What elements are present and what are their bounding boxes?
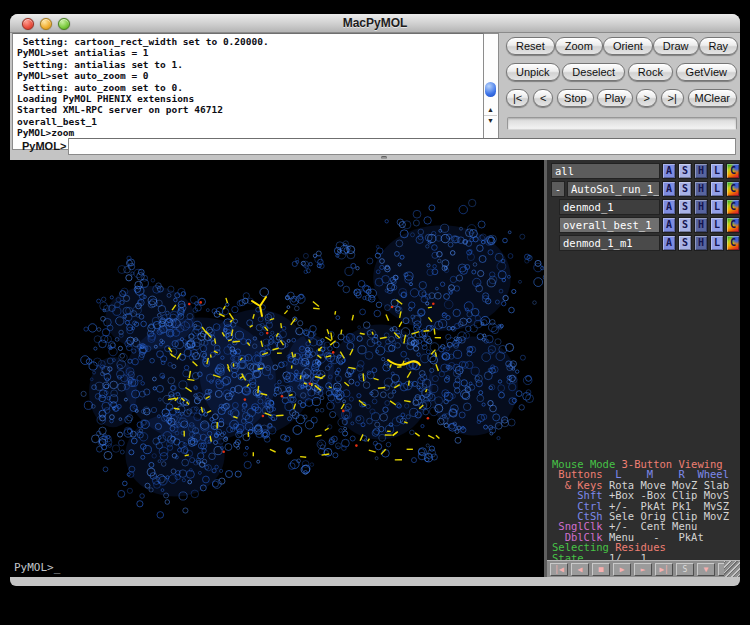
a-menu-button[interactable]: A: [662, 235, 676, 251]
play-button[interactable]: Play: [597, 89, 632, 107]
zoom-button[interactable]: Zoom: [555, 37, 603, 55]
console-line: PyMOL>zoom: [17, 127, 483, 138]
draw-button[interactable]: Draw: [653, 37, 699, 55]
scroll-down-icon[interactable]: ▼: [484, 115, 497, 124]
mouse-mode-panel: Mouse Mode 3-Button Viewing Buttons L M …: [552, 459, 729, 563]
object-row: -AutoSol_run_1_ASHLC: [547, 181, 740, 197]
down-button[interactable]: ▼: [697, 563, 715, 576]
l-menu-button[interactable]: L: [710, 199, 724, 215]
console-scrollbar[interactable]: ▲ ▼: [484, 33, 499, 150]
object-row: overall_best_1ASHLC: [547, 217, 740, 233]
console-line: PyMOL>set antialias = 1: [17, 47, 483, 58]
ashlc-tiles: ASHLC: [662, 163, 740, 179]
h-menu-button[interactable]: H: [694, 199, 708, 215]
object-name-button[interactable]: denmod_1_m1: [559, 235, 660, 251]
getview-button[interactable]: GetView: [676, 63, 737, 81]
h-menu-button[interactable]: H: [694, 163, 708, 179]
h-menu-button[interactable]: H: [694, 235, 708, 251]
control-button-row-3: |<<StopPlay>>|MClear: [506, 89, 737, 107]
mclear-button[interactable]: MClear: [688, 89, 737, 107]
c-menu-button[interactable]: C: [726, 199, 740, 215]
electron-density-mesh: [10, 160, 544, 577]
viewport-prompt: PyMOL>_: [14, 561, 60, 574]
title-bar[interactable]: MacPyMOL: [10, 14, 740, 33]
object-row: allASHLC: [547, 163, 740, 179]
object-row: denmod_1ASHLC: [547, 199, 740, 215]
l-menu-button[interactable]: L: [710, 217, 724, 233]
c-menu-button[interactable]: C: [726, 217, 740, 233]
go-to-end-button[interactable]: ▶|: [655, 563, 673, 576]
a-menu-button[interactable]: A: [662, 163, 676, 179]
ashlc-tiles: ASHLC: [662, 181, 740, 197]
stop-button[interactable]: ■: [592, 563, 610, 576]
l-menu-button[interactable]: L: [710, 181, 724, 197]
step-forward-button[interactable]: ►: [634, 563, 652, 576]
l-menu-button[interactable]: L: [710, 235, 724, 251]
object-name-button[interactable]: AutoSol_run_1_: [567, 181, 660, 197]
play-button[interactable]: ▶: [613, 563, 631, 576]
c-menu-button[interactable]: C: [726, 163, 740, 179]
ashlc-tiles: ASHLC: [662, 199, 740, 215]
macpymol-window: MacPyMOL Setting: cartoon_rect_width set…: [10, 14, 740, 586]
window-resize-grip[interactable]: [724, 561, 740, 577]
c-menu-button[interactable]: C: [726, 235, 740, 251]
a-menu-button[interactable]: A: [662, 181, 676, 197]
stop-button[interactable]: Stop: [557, 89, 594, 107]
object-list: allASHLC-AutoSol_run_1_ASHLCdenmod_1ASHL…: [547, 163, 740, 253]
scroll-up-icon[interactable]: ▲: [484, 105, 497, 114]
s-menu-button[interactable]: S: [678, 163, 692, 179]
command-input[interactable]: [68, 138, 736, 155]
control-button-row-2: UnpickDeselectRockGetView: [506, 63, 737, 81]
s-menu-button[interactable]: S: [678, 235, 692, 251]
s-button[interactable]: S: [676, 563, 694, 576]
step-button[interactable]: >: [636, 89, 656, 107]
step-button[interactable]: |<: [506, 89, 529, 107]
console-line: Setting: auto_zoom set to 0.: [17, 82, 483, 93]
c-menu-button[interactable]: C: [726, 181, 740, 197]
window-title: MacPyMOL: [10, 16, 740, 30]
console-line: Setting: antialias set to 1.: [17, 59, 483, 70]
object-name-button[interactable]: overall_best_1: [559, 217, 660, 233]
console-line: Setting: cartoon_rect_width set to 0.200…: [17, 36, 483, 47]
go-to-start-button[interactable]: |◀: [550, 563, 568, 576]
s-menu-button[interactable]: S: [678, 217, 692, 233]
h-menu-button[interactable]: H: [694, 181, 708, 197]
s-menu-button[interactable]: S: [678, 199, 692, 215]
console-line: Started XML-RPC server on port 46712: [17, 104, 483, 115]
reset-button[interactable]: Reset: [506, 37, 555, 55]
step-button[interactable]: <: [533, 89, 553, 107]
movie-progress-strip: [507, 117, 737, 130]
s-menu-button[interactable]: S: [678, 181, 692, 197]
control-button-row-1: ResetZoomOrientDrawRay: [506, 37, 737, 55]
viewport-3d[interactable]: PyMOL>_: [10, 160, 544, 577]
step-back-button[interactable]: ◀: [571, 563, 589, 576]
movie-control-bar: |◀◀■▶►▶|S▼F: [547, 560, 740, 577]
console-log[interactable]: Setting: cartoon_rect_width set to 0.200…: [12, 33, 484, 150]
a-menu-button[interactable]: A: [662, 199, 676, 215]
pane-resize-handle[interactable]: [381, 156, 387, 159]
ashlc-tiles: ASHLC: [662, 235, 740, 251]
expander-toggle[interactable]: -: [551, 181, 565, 197]
orient-button[interactable]: Orient: [603, 37, 653, 55]
console-line: overall_best_1: [17, 116, 483, 127]
console-line: PyMOL>set auto_zoom = 0: [17, 70, 483, 81]
scrollbar-thumb[interactable]: [485, 82, 496, 97]
h-menu-button[interactable]: H: [694, 217, 708, 233]
console-line: Loading PyMOL PHENIX extensions: [17, 93, 483, 104]
ray-button[interactable]: Ray: [699, 37, 739, 55]
unpick-button[interactable]: Unpick: [506, 63, 560, 81]
rock-button[interactable]: Rock: [628, 63, 673, 81]
object-panel: allASHLC-AutoSol_run_1_ASHLCdenmod_1ASHL…: [544, 160, 740, 577]
object-name-button[interactable]: all: [551, 163, 660, 179]
l-menu-button[interactable]: L: [710, 163, 724, 179]
ashlc-tiles: ASHLC: [662, 217, 740, 233]
deselect-button[interactable]: Deselect: [562, 63, 625, 81]
a-menu-button[interactable]: A: [662, 217, 676, 233]
step-button[interactable]: >|: [661, 89, 684, 107]
object-name-button[interactable]: denmod_1: [559, 199, 660, 215]
object-row: denmod_1_m1ASHLC: [547, 235, 740, 251]
prompt-label: PyMOL>: [22, 140, 66, 152]
